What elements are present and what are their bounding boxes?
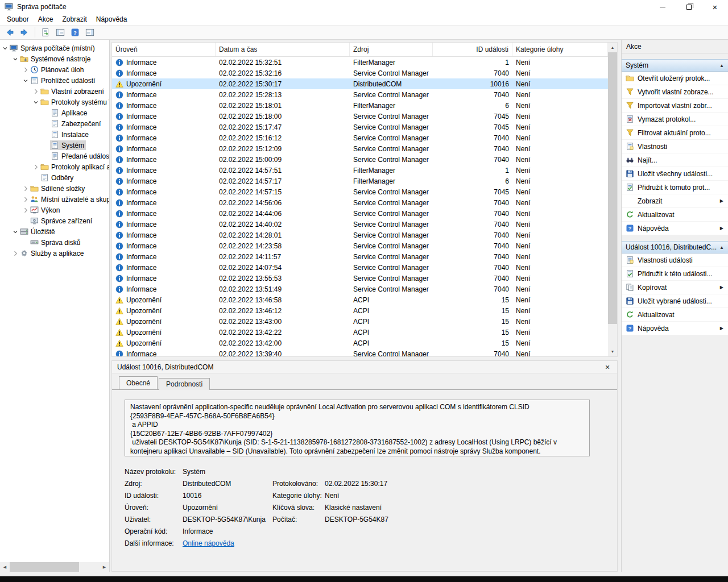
action-filtrovat-aktualni-proto[interactable]: Filtrovat aktuální proto... — [622, 126, 728, 140]
tree-item-prohlizec-udalosti[interactable]: Prohlížeč událostí — [0, 75, 109, 86]
tree-item-odbery[interactable]: Odběry — [0, 172, 109, 183]
event-row[interactable]: Informace02.02.2022 14:57:15Service Cont… — [112, 186, 608, 197]
event-row[interactable]: Upozornění02.02.2022 13:46:12ACPI15Není — [112, 305, 608, 316]
tree-item-vykon[interactable]: Výkon — [0, 205, 109, 215]
show-console-tree-button[interactable] — [53, 26, 67, 39]
close-button[interactable]: × — [702, 0, 728, 14]
column-header-id-udalosti[interactable]: ID události — [433, 43, 512, 56]
chevron-collapsed-icon[interactable] — [22, 206, 30, 214]
chevron-expanded-icon[interactable] — [22, 77, 30, 85]
chevron-expanded-icon[interactable] — [11, 55, 19, 63]
scroll-left-button[interactable]: ◀ — [0, 562, 10, 572]
action-ulozit-vybrane-udalosti[interactable]: Uložit vybrané události... — [622, 294, 728, 308]
event-row[interactable]: Informace02.02.2022 14:11:57Service Cont… — [112, 251, 608, 262]
event-list-scrollbar[interactable]: ▲ ▼ — [608, 43, 617, 356]
column-header-uroven[interactable]: Úroveň — [112, 43, 216, 56]
tree-item-vlastni-zobrazeni[interactable]: Vlastní zobrazení — [0, 86, 109, 97]
chevron-collapsed-icon[interactable] — [22, 185, 30, 193]
menu-napoveda[interactable]: Nápověda — [92, 14, 132, 24]
scroll-right-button[interactable]: ▶ — [100, 562, 109, 572]
show-action-pane-button[interactable] — [82, 26, 97, 39]
event-row[interactable]: Informace02.02.2022 14:07:54Service Cont… — [112, 262, 608, 273]
event-row[interactable]: Informace02.02.2022 15:18:00Service Cont… — [112, 111, 608, 122]
chevron-expanded-icon[interactable] — [32, 98, 40, 106]
action-importovat-vlastni-zobr[interactable]: Importovat vlastní zobr... — [622, 99, 728, 113]
event-row[interactable]: Informace02.02.2022 15:12:09Service Cont… — [112, 143, 608, 154]
export-list-button[interactable] — [38, 26, 52, 39]
event-row[interactable]: Informace02.02.2022 14:56:06Service Cont… — [112, 197, 608, 208]
tree-item-sprava-pocitace-mistni[interactable]: Správa počítače (místní) — [0, 43, 109, 53]
menu-zobrazit[interactable]: Zobrazit — [57, 14, 91, 24]
action-vymazat-protokol[interactable]: Vymazat protokol... — [622, 113, 728, 126]
chevron-collapsed-icon[interactable] — [32, 163, 40, 171]
event-row[interactable]: Upozornění02.02.2022 13:46:58ACPI15Není — [112, 294, 608, 305]
action-ulozit-vsechny-udalosti[interactable]: Uložit všechny události... — [622, 167, 728, 181]
event-row[interactable]: Upozornění02.02.2022 15:30:17Distributed… — [112, 78, 608, 89]
back-button[interactable] — [2, 26, 16, 39]
action-vytvorit-vlastni-zobraze[interactable]: Vytvořit vlastní zobraze... — [622, 85, 728, 99]
scroll-down-button[interactable]: ▼ — [608, 347, 617, 356]
event-row[interactable]: Informace02.02.2022 15:28:13Service Cont… — [112, 89, 608, 100]
tree-item-sprava-disku[interactable]: Správa disků — [0, 237, 109, 248]
action-group-header-udalost-10016-distributedc[interactable]: Událost 10016, DistributedC...▲ — [622, 241, 728, 253]
vertical-scrollbar-thumb[interactable] — [608, 52, 617, 324]
tree-horizontal-scrollbar[interactable]: ◀ ▶ — [0, 562, 109, 572]
tree-item-predane-udalost[interactable]: Předané událost — [0, 151, 109, 161]
chevron-expanded-icon[interactable] — [1, 44, 9, 52]
event-row[interactable]: Informace02.02.2022 14:28:01Service Cont… — [112, 230, 608, 240]
action-otevrit-ulozeny-protok[interactable]: Otevřít uložený protok... — [622, 72, 728, 85]
tree-item-systemove-nastroje[interactable]: Systémové nástroje — [0, 53, 109, 64]
tree-item-sdilene-slozky[interactable]: Sdílené složky — [0, 183, 109, 194]
chevron-expanded-icon[interactable] — [11, 228, 19, 236]
scroll-up-button[interactable]: ▲ — [608, 43, 617, 52]
tree-item-zabezpeceni[interactable]: Zabezpečení — [0, 118, 109, 129]
action-vlastnosti-udalosti[interactable]: Vlastnosti události — [622, 253, 728, 267]
chevron-collapsed-icon[interactable] — [22, 66, 30, 74]
action-aktualizovat[interactable]: Aktualizovat — [622, 308, 728, 322]
event-row[interactable]: Informace02.02.2022 15:17:47Service Cont… — [112, 122, 608, 132]
event-row[interactable]: Informace02.02.2022 15:00:09Service Cont… — [112, 154, 608, 165]
event-row[interactable]: Informace02.02.2022 15:32:51FilterManage… — [112, 57, 608, 68]
event-row[interactable]: Informace02.02.2022 13:51:49Service Cont… — [112, 284, 608, 294]
chevron-collapsed-icon[interactable] — [11, 250, 19, 257]
action-aktualizovat[interactable]: Aktualizovat — [622, 208, 728, 222]
event-description[interactable]: Nastavení oprávnění application-specific… — [125, 400, 590, 456]
collapse-group-icon[interactable]: ▲ — [717, 63, 724, 68]
event-row[interactable]: Upozornění02.02.2022 13:42:00ACPI15Není — [112, 338, 608, 348]
minimize-button[interactable] — [650, 0, 676, 14]
event-row[interactable]: Informace02.02.2022 14:44:06Service Cont… — [112, 208, 608, 219]
tree-item-sluzby-a-aplikace[interactable]: Služby a aplikace — [0, 248, 109, 259]
event-row[interactable]: Informace02.02.2022 15:18:01FilterManage… — [112, 100, 608, 111]
column-header-zdroj[interactable]: Zdroj — [350, 43, 433, 56]
action-pridruzit-k-teto-udalosti[interactable]: Přidružit k této události... — [622, 267, 728, 281]
chevron-collapsed-icon[interactable] — [22, 196, 30, 203]
tree-item-mistni-uzivatele-a-skupi[interactable]: Místní uživatelé a skupi — [0, 194, 109, 205]
event-row[interactable]: Informace02.02.2022 14:40:02Service Cont… — [112, 219, 608, 230]
collapse-group-icon[interactable]: ▲ — [717, 245, 724, 250]
action-zobrazit[interactable]: Zobrazit▶ — [622, 194, 728, 208]
action-group-header-system[interactable]: Systém▲ — [622, 59, 728, 72]
event-row[interactable]: Upozornění02.02.2022 13:43:00ACPI15Není — [112, 316, 608, 327]
action-napoveda[interactable]: ?Nápověda▶ — [622, 322, 728, 335]
tab-obecne[interactable]: Obecné — [119, 376, 158, 389]
tree-item-uloziste[interactable]: Úložiště — [0, 226, 109, 237]
event-row[interactable]: Informace02.02.2022 14:57:51FilterManage… — [112, 165, 608, 176]
event-row[interactable]: Informace02.02.2022 15:32:16Service Cont… — [112, 68, 608, 78]
tree-item-aplikace[interactable]: Aplikace — [0, 107, 109, 118]
tree-item-planovac-uloh[interactable]: Plánovač úloh — [0, 64, 109, 75]
help-button[interactable]: ? — [68, 26, 82, 39]
event-row[interactable]: Informace02.02.2022 13:55:53Service Cont… — [112, 273, 608, 284]
menu-soubor[interactable]: Soubor — [2, 14, 34, 24]
event-row[interactable]: Informace02.02.2022 14:23:58Service Cont… — [112, 240, 608, 251]
restore-button[interactable] — [676, 0, 702, 14]
tree-item-spravce-zarizeni[interactable]: Správce zařízení — [0, 215, 109, 226]
event-row[interactable]: Informace02.02.2022 13:39:40Service Cont… — [112, 348, 608, 356]
tree-item-instalace[interactable]: Instalace — [0, 129, 109, 140]
column-header-kategorie-ulohy[interactable]: Kategorie úlohy — [512, 43, 608, 56]
menu-akce[interactable]: Akce — [34, 14, 58, 24]
action-pridruzit-k-tomuto-prot[interactable]: Přidružit k tomuto prot... — [622, 181, 728, 194]
tree-item-protokoly-aplikaci-a[interactable]: Protokoly aplikací a — [0, 161, 109, 172]
action-najit[interactable]: Najít... — [622, 153, 728, 167]
action-vlastnosti[interactable]: Vlastnosti — [622, 140, 728, 153]
forward-button[interactable] — [17, 26, 31, 39]
